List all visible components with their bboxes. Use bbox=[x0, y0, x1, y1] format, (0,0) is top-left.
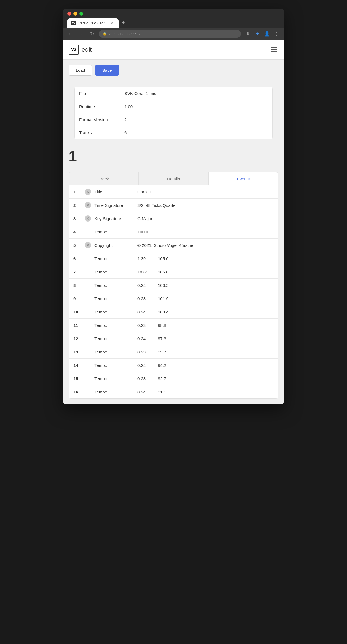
event-delete-placeholder bbox=[85, 255, 91, 262]
profile-icon[interactable]: 👤 bbox=[263, 30, 271, 38]
browser-tab-active[interactable]: V2 Versio Duo - edit ✕ bbox=[67, 18, 119, 28]
event-value: 98.8 bbox=[158, 323, 274, 328]
event-delete-button[interactable]: ✕ bbox=[85, 202, 91, 208]
event-row: 1✕TitleCoral 1 bbox=[69, 185, 278, 199]
event-number: 1 bbox=[73, 190, 81, 194]
event-time: 10.61 bbox=[137, 270, 155, 274]
bookmark-icon[interactable]: ★ bbox=[253, 30, 261, 38]
event-value: 94.2 bbox=[158, 363, 274, 368]
event-type: Tempo bbox=[94, 323, 134, 328]
app-header: V2 edit bbox=[63, 40, 284, 60]
new-tab-button[interactable]: + bbox=[120, 19, 127, 27]
back-button[interactable]: ← bbox=[66, 30, 74, 38]
info-label: Format Version bbox=[79, 117, 124, 122]
event-delete-placeholder bbox=[85, 295, 91, 302]
event-time: 0.23 bbox=[137, 376, 155, 381]
menu-dots-icon[interactable]: ⋮ bbox=[273, 30, 281, 38]
address-bar[interactable]: 🔒 versioduo.com/edit/ bbox=[99, 30, 241, 38]
event-row: 2✕Time Signature3/2, 48 Ticks/Quarter bbox=[69, 199, 278, 212]
info-label: Tracks bbox=[79, 130, 124, 135]
traffic-lights bbox=[67, 12, 280, 16]
event-delete-button[interactable]: ✕ bbox=[85, 242, 91, 248]
event-type: Tempo bbox=[94, 350, 134, 354]
track-number: 1 bbox=[69, 145, 278, 168]
url-text: versioduo.com/edit/ bbox=[109, 32, 141, 36]
app-logo: V2 edit bbox=[69, 45, 92, 55]
event-type: Title bbox=[94, 190, 134, 194]
event-row: 3✕Key SignatureC Major bbox=[69, 212, 278, 225]
file-info-row: Tracks 6 bbox=[75, 126, 272, 139]
event-row: 8Tempo0.24103.5 bbox=[69, 279, 278, 292]
event-value: 91.1 bbox=[158, 390, 274, 394]
events-table: 1✕TitleCoral 12✕Time Signature3/2, 48 Ti… bbox=[69, 185, 278, 399]
event-delete-placeholder bbox=[85, 375, 91, 382]
reload-button[interactable]: ↻ bbox=[88, 30, 96, 38]
event-time: 0.24 bbox=[137, 363, 155, 368]
event-delete-placeholder bbox=[85, 349, 91, 355]
event-value: 105.0 bbox=[158, 270, 274, 274]
event-type: Tempo bbox=[94, 283, 134, 288]
tab-close-button[interactable]: ✕ bbox=[110, 21, 115, 25]
event-row: 13Tempo0.2395.7 bbox=[69, 345, 278, 359]
event-row: 15Tempo0.2392.7 bbox=[69, 372, 278, 385]
info-label: File bbox=[79, 91, 124, 96]
event-value: 97.3 bbox=[158, 336, 274, 341]
download-icon[interactable]: ⇓ bbox=[244, 30, 252, 38]
info-value: 2 bbox=[124, 117, 127, 122]
event-type: Tempo bbox=[94, 230, 134, 234]
event-delete-placeholder bbox=[85, 309, 91, 315]
event-row: 10Tempo0.24100.4 bbox=[69, 305, 278, 319]
event-number: 6 bbox=[73, 256, 81, 261]
event-delete-placeholder bbox=[85, 362, 91, 368]
event-time: 1.39 bbox=[137, 256, 155, 261]
forward-button[interactable]: → bbox=[77, 30, 85, 38]
event-value: 3/2, 48 Ticks/Quarter bbox=[137, 203, 274, 208]
hamburger-line-2 bbox=[271, 49, 277, 50]
event-delete-placeholder bbox=[85, 229, 91, 235]
event-time: 0.24 bbox=[137, 310, 155, 314]
info-value: 1:00 bbox=[124, 104, 133, 109]
hamburger-menu-button[interactable] bbox=[270, 46, 278, 53]
event-number: 12 bbox=[73, 336, 81, 341]
event-number: 4 bbox=[73, 230, 81, 234]
tab-nav-events[interactable]: Events bbox=[209, 172, 278, 185]
tab-nav-track[interactable]: Track bbox=[69, 172, 139, 185]
event-number: 2 bbox=[73, 203, 81, 208]
event-delete-placeholder bbox=[85, 322, 91, 328]
event-delete-button[interactable]: ✕ bbox=[85, 189, 91, 195]
event-value: 105.0 bbox=[158, 256, 274, 261]
event-time: 0.23 bbox=[137, 323, 155, 328]
lock-icon: 🔒 bbox=[103, 32, 107, 36]
traffic-light-maximize[interactable] bbox=[79, 12, 83, 16]
event-type: Tempo bbox=[94, 310, 134, 314]
track-section: 1 TrackDetailsEvents 1✕TitleCoral 12✕Tim… bbox=[63, 145, 284, 399]
event-delete-placeholder bbox=[85, 282, 91, 288]
event-time: 0.24 bbox=[137, 283, 155, 288]
event-row: 4Tempo100.0 bbox=[69, 225, 278, 239]
event-type: Tempo bbox=[94, 363, 134, 368]
event-delete-button[interactable]: ✕ bbox=[85, 215, 91, 222]
event-number: 8 bbox=[73, 283, 81, 288]
logo-mark: V2 bbox=[69, 45, 79, 55]
load-button[interactable]: Load bbox=[69, 65, 92, 76]
event-row: 5✕Copyright© 2021, Studio Vogel Kürstner bbox=[69, 239, 278, 252]
event-value: 92.7 bbox=[158, 376, 274, 381]
event-type: Tempo bbox=[94, 376, 134, 381]
event-value: C Major bbox=[137, 216, 274, 221]
traffic-light-minimize[interactable] bbox=[73, 12, 77, 16]
event-time: 0.23 bbox=[137, 296, 155, 301]
event-type: Tempo bbox=[94, 270, 134, 274]
event-delete-placeholder bbox=[85, 269, 91, 275]
save-button[interactable]: Save bbox=[95, 65, 119, 76]
event-number: 3 bbox=[73, 216, 81, 221]
tab-bar: V2 Versio Duo - edit ✕ + bbox=[67, 18, 280, 28]
event-delete-placeholder bbox=[85, 335, 91, 342]
tab-title: Versio Duo - edit bbox=[78, 21, 105, 25]
tab-nav-details[interactable]: Details bbox=[139, 172, 208, 185]
traffic-light-close[interactable] bbox=[67, 12, 71, 16]
info-label: Runtime bbox=[79, 104, 124, 109]
file-info-table: File SVK-Coral-1.mid Runtime 1:00 Format… bbox=[74, 87, 273, 139]
event-row: 7Tempo10.61105.0 bbox=[69, 265, 278, 279]
event-number: 14 bbox=[73, 363, 81, 368]
event-type: Tempo bbox=[94, 336, 134, 341]
